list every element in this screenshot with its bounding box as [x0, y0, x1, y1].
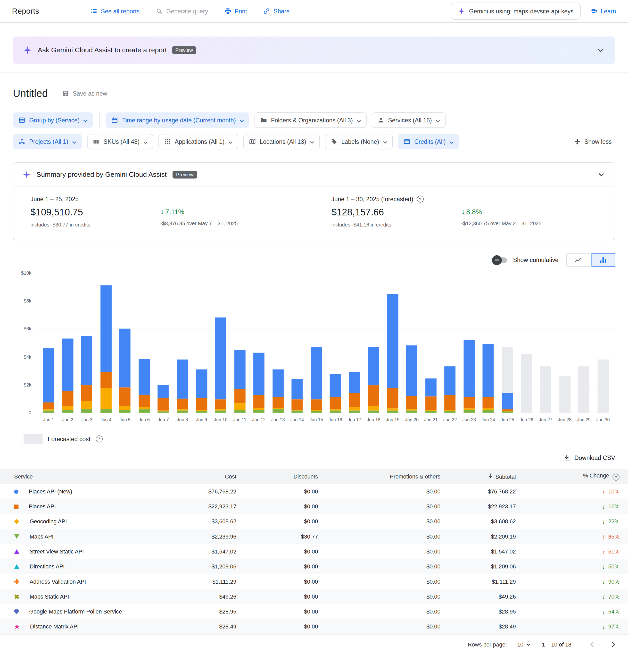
bar-jun-29[interactable] [578, 367, 589, 413]
col-discounts[interactable]: Discounts [245, 469, 327, 484]
forecast-period-label: June 1 – 30, 2025 (forecasted) [331, 196, 413, 202]
segment-other-apis [502, 412, 513, 413]
line-chart-button[interactable] [566, 253, 590, 267]
gemini-context-pill[interactable]: Gemini is using: maps-devsite-api-keys [451, 3, 581, 20]
bar-jun-30[interactable] [597, 360, 608, 413]
arrow-down-icon: ↓ [160, 208, 164, 216]
filter-chip-skus-all-48[interactable]: SKUs (All 48) [87, 134, 153, 149]
bar-jun-7[interactable] [158, 385, 169, 413]
caret-down-icon [240, 117, 244, 124]
bar-jun-14[interactable] [292, 379, 303, 412]
chevron-down-icon[interactable] [598, 171, 605, 178]
filter-chip-group-by-service[interactable]: Group by (Service) [13, 112, 93, 128]
segment-places-api [43, 402, 54, 409]
bar-jun-28[interactable] [559, 377, 570, 413]
forecast-swatch-icon [24, 434, 43, 444]
save-as-new-button[interactable]: Save as new [62, 90, 107, 97]
bar-jun-1[interactable] [43, 349, 54, 413]
bar-jun-13[interactable] [273, 369, 284, 413]
segment-places-api-new [311, 347, 322, 400]
segment-places-api [139, 394, 150, 407]
bar-jun-22[interactable] [444, 367, 456, 413]
segment-other-apis [273, 409, 284, 413]
arrow-up-icon: ↑ [602, 548, 605, 555]
col-subtotal[interactable]: Subtotal [449, 469, 525, 484]
credit-icon [403, 138, 411, 145]
print-button[interactable]: Print [224, 8, 247, 15]
col-cost[interactable]: Cost [163, 469, 245, 484]
segment-places-api [406, 396, 417, 409]
filter-chip-credits-all[interactable]: Credits (All) [398, 134, 459, 149]
previous-page-button[interactable] [588, 641, 596, 648]
diamond-marker-icon [14, 519, 19, 524]
y-tick-label: 0 [29, 410, 31, 415]
bar-jun-25[interactable] [502, 347, 513, 413]
bar-jun-11[interactable] [234, 350, 245, 413]
bar-jun-10[interactable] [215, 318, 226, 413]
show-less-button[interactable]: Show less [571, 138, 615, 145]
segment-places-api [215, 400, 226, 409]
bar-jun-16[interactable] [330, 375, 341, 413]
bar-jun-18[interactable] [368, 347, 379, 413]
bar-jun-17[interactable] [349, 372, 360, 412]
filter-chip-time-range-by-usage-date-current-month[interactable]: Time range by usage date (Current month) [106, 112, 250, 128]
share-button[interactable]: Share [263, 8, 289, 15]
bar-jun-23[interactable] [464, 340, 474, 413]
bar-jun-3[interactable] [81, 336, 92, 413]
bar-jun-5[interactable] [120, 329, 131, 413]
chevron-left-icon [588, 641, 596, 648]
caret-down-icon [84, 117, 88, 124]
bar-jun-12[interactable] [253, 353, 264, 413]
bar-jun-20[interactable] [406, 345, 417, 413]
help-icon[interactable]: ? [417, 196, 423, 202]
arrow-up-icon: ↑ [602, 533, 605, 540]
filter-chip-locations-all-13[interactable]: Locations (All 13) [243, 134, 320, 149]
col-promotions[interactable]: Promotions & others [327, 469, 449, 484]
page-range: 1 – 10 of 13 [542, 641, 571, 648]
bar-jun-9[interactable] [196, 369, 207, 413]
generate-query-button[interactable]: Generate query [156, 8, 208, 15]
bar-jun-4[interactable] [100, 286, 111, 413]
learn-button[interactable]: Learn [590, 8, 616, 15]
segment-places-api [234, 389, 245, 403]
bar-jun-27[interactable] [540, 367, 551, 413]
bar-jun-2[interactable] [62, 339, 73, 413]
help-icon[interactable]: ? [612, 474, 620, 481]
bar-jun-21[interactable] [425, 379, 437, 413]
filter-chip-labels-none[interactable]: Labels (None) [325, 134, 393, 149]
segment-other-apis [444, 411, 456, 412]
bar-jun-15[interactable] [311, 347, 322, 413]
chart-plot-area [37, 273, 615, 413]
bar-chart-button[interactable] [591, 253, 615, 267]
bar-jun-8[interactable] [177, 360, 188, 413]
show-cumulative-toggle[interactable]: Show cumulative [493, 257, 558, 264]
rows-per-page-select[interactable]: 10 [517, 641, 531, 648]
download-csv-button[interactable]: Download CSV [563, 454, 615, 461]
forecast-credits-note: includes -$41.16 in credits [331, 222, 461, 228]
promotions-cell: $0.00 [327, 514, 449, 529]
see-all-reports-button[interactable]: See all reports [91, 8, 139, 15]
x-tick-label: Jun 23 [460, 417, 479, 422]
chevron-down-icon[interactable] [596, 46, 605, 54]
col-percent-change[interactable]: % Change? [525, 469, 628, 484]
subtotal-cell: $28.95 [449, 604, 525, 619]
filter-chip-services-all-16[interactable]: Services (All 16) [372, 112, 445, 128]
caret-down-icon [72, 138, 76, 145]
help-icon[interactable]: ? [96, 435, 102, 442]
x-tick-label: Jun 19 [383, 417, 402, 422]
filter-chip-folders-organizations-all-3[interactable]: Folders & Organizations (All 3) [255, 112, 367, 128]
caret-down-icon [436, 117, 440, 124]
circle-marker-icon [14, 489, 19, 494]
gemini-assist-banner[interactable]: Ask Gemini Cloud Assist to create a repo… [13, 37, 615, 64]
next-page-button[interactable] [609, 641, 617, 648]
current-period-label: June 1 – 25, 2025 [30, 196, 160, 202]
bar-jun-19[interactable] [387, 294, 398, 413]
bar-jun-24[interactable] [483, 344, 494, 413]
col-service[interactable]: Service [0, 469, 163, 484]
bar-jun-6[interactable] [139, 359, 150, 413]
segment-geocoding-api [81, 401, 92, 409]
gridline [37, 413, 615, 413]
filter-chip-applications-all-1[interactable]: Applications (All 1) [159, 134, 238, 149]
filter-chip-projects-all-1[interactable]: Projects (All 1) [13, 134, 82, 149]
bar-jun-26[interactable] [521, 354, 532, 413]
